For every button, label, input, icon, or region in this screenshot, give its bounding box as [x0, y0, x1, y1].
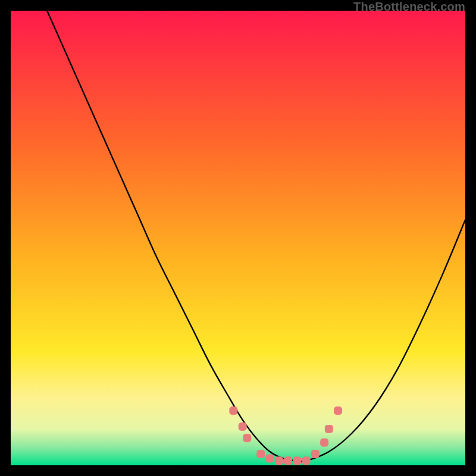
highlight-point — [243, 434, 251, 442]
watermark: TheBottleneck.com — [353, 0, 465, 14]
chart-frame — [11, 11, 465, 465]
highlight-point — [239, 422, 247, 431]
bottleneck-chart — [11, 11, 465, 465]
highlight-point — [265, 455, 274, 463]
highlight-point — [311, 450, 320, 458]
highlight-point — [334, 406, 342, 415]
gradient-background — [11, 11, 465, 465]
highlight-point — [229, 406, 237, 415]
highlight-point — [275, 456, 283, 465]
highlight-point — [284, 456, 292, 465]
highlight-point — [293, 456, 301, 465]
highlight-point — [325, 425, 333, 433]
highlight-point — [256, 450, 265, 458]
highlight-point — [302, 456, 311, 465]
highlight-point — [320, 439, 328, 447]
